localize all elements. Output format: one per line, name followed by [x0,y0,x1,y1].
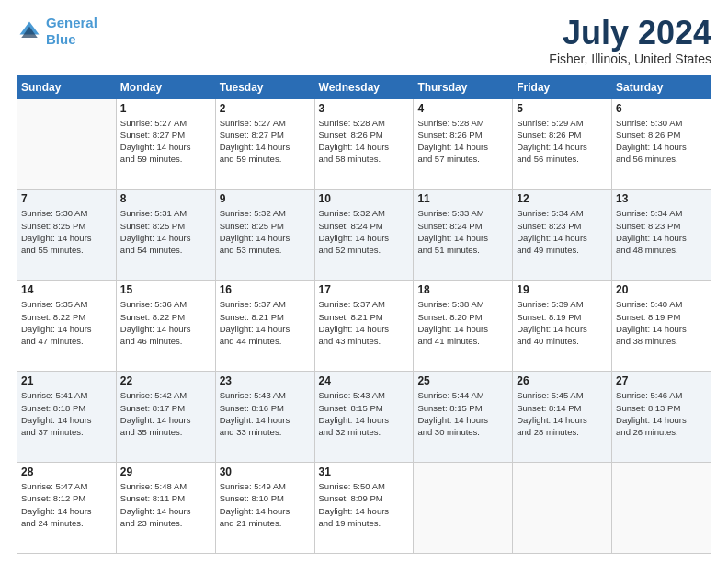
day-number: 7 [21,192,112,205]
calendar-week-row: 7Sunrise: 5:30 AM Sunset: 8:25 PM Daylig… [17,190,711,281]
calendar-week-row: 14Sunrise: 5:35 AM Sunset: 8:22 PM Dayli… [17,281,711,372]
logo: General Blue [17,15,97,48]
day-info: Sunrise: 5:39 AM Sunset: 8:19 PM Dayligh… [517,298,608,347]
calendar-header-cell: Friday [513,75,612,98]
calendar-day-cell: 25Sunrise: 5:44 AM Sunset: 8:15 PM Dayli… [414,372,513,463]
calendar-header-cell: Wednesday [314,75,414,98]
day-info: Sunrise: 5:50 AM Sunset: 8:09 PM Dayligh… [319,480,410,529]
calendar-day-cell: 6Sunrise: 5:30 AM Sunset: 8:26 PM Daylig… [612,98,711,190]
logo-icon [17,18,42,44]
day-number: 16 [220,283,311,296]
day-info: Sunrise: 5:28 AM Sunset: 8:26 PM Dayligh… [319,117,410,166]
main-title: July 2024 [549,15,711,52]
day-info: Sunrise: 5:37 AM Sunset: 8:21 PM Dayligh… [220,298,311,347]
calendar-day-cell: 30Sunrise: 5:49 AM Sunset: 8:10 PM Dayli… [215,463,314,554]
calendar-header-cell: Thursday [414,75,513,98]
day-info: Sunrise: 5:30 AM Sunset: 8:25 PM Dayligh… [21,207,112,256]
day-info: Sunrise: 5:42 AM Sunset: 8:17 PM Dayligh… [120,389,211,438]
calendar-day-cell: 23Sunrise: 5:43 AM Sunset: 8:16 PM Dayli… [215,372,314,463]
calendar-day-cell: 18Sunrise: 5:38 AM Sunset: 8:20 PM Dayli… [414,281,513,372]
calendar-day-cell: 13Sunrise: 5:34 AM Sunset: 8:23 PM Dayli… [612,190,711,281]
day-number: 17 [319,283,410,296]
calendar-header-cell: Monday [116,75,215,98]
calendar-day-cell [612,463,711,554]
day-info: Sunrise: 5:31 AM Sunset: 8:25 PM Dayligh… [120,207,211,256]
calendar-day-cell: 8Sunrise: 5:31 AM Sunset: 8:25 PM Daylig… [116,190,215,281]
day-number: 8 [120,192,211,205]
calendar-day-cell: 19Sunrise: 5:39 AM Sunset: 8:19 PM Dayli… [513,281,612,372]
page: General Blue July 2024 Fisher, Illinois,… [0,0,728,563]
calendar-day-cell: 15Sunrise: 5:36 AM Sunset: 8:22 PM Dayli… [116,281,215,372]
day-number: 1 [120,102,211,115]
day-number: 22 [120,374,211,387]
day-info: Sunrise: 5:32 AM Sunset: 8:25 PM Dayligh… [220,207,311,256]
calendar-day-cell: 31Sunrise: 5:50 AM Sunset: 8:09 PM Dayli… [314,463,414,554]
day-number: 13 [616,192,707,205]
day-number: 19 [517,283,608,296]
day-number: 21 [21,374,112,387]
calendar-week-row: 1Sunrise: 5:27 AM Sunset: 8:27 PM Daylig… [17,98,711,190]
calendar-day-cell: 22Sunrise: 5:42 AM Sunset: 8:17 PM Dayli… [116,372,215,463]
day-info: Sunrise: 5:49 AM Sunset: 8:10 PM Dayligh… [220,480,311,529]
day-info: Sunrise: 5:37 AM Sunset: 8:21 PM Dayligh… [319,298,410,347]
day-number: 25 [417,374,508,387]
day-info: Sunrise: 5:44 AM Sunset: 8:15 PM Dayligh… [417,389,508,438]
day-info: Sunrise: 5:34 AM Sunset: 8:23 PM Dayligh… [616,207,707,256]
day-info: Sunrise: 5:43 AM Sunset: 8:16 PM Dayligh… [220,389,311,438]
calendar-day-cell: 28Sunrise: 5:47 AM Sunset: 8:12 PM Dayli… [17,463,117,554]
day-info: Sunrise: 5:48 AM Sunset: 8:11 PM Dayligh… [120,480,211,529]
day-number: 3 [319,102,410,115]
calendar-day-cell [414,463,513,554]
calendar-header-cell: Sunday [17,75,117,98]
calendar-day-cell: 17Sunrise: 5:37 AM Sunset: 8:21 PM Dayli… [314,281,414,372]
day-number: 14 [21,283,112,296]
calendar-day-cell: 27Sunrise: 5:46 AM Sunset: 8:13 PM Dayli… [612,372,711,463]
day-info: Sunrise: 5:36 AM Sunset: 8:22 PM Dayligh… [120,298,211,347]
day-info: Sunrise: 5:28 AM Sunset: 8:26 PM Dayligh… [417,117,508,166]
calendar-week-row: 21Sunrise: 5:41 AM Sunset: 8:18 PM Dayli… [17,372,711,463]
calendar-day-cell: 14Sunrise: 5:35 AM Sunset: 8:22 PM Dayli… [17,281,117,372]
logo-text: General Blue [46,15,97,48]
calendar-header-cell: Tuesday [215,75,314,98]
day-number: 24 [319,374,410,387]
day-info: Sunrise: 5:47 AM Sunset: 8:12 PM Dayligh… [21,480,112,529]
calendar-table: SundayMondayTuesdayWednesdayThursdayFrid… [17,75,711,554]
day-number: 18 [417,283,508,296]
calendar-day-cell: 4Sunrise: 5:28 AM Sunset: 8:26 PM Daylig… [414,98,513,190]
day-info: Sunrise: 5:40 AM Sunset: 8:19 PM Dayligh… [616,298,707,347]
day-info: Sunrise: 5:41 AM Sunset: 8:18 PM Dayligh… [21,389,112,438]
day-number: 27 [616,374,707,387]
day-info: Sunrise: 5:33 AM Sunset: 8:24 PM Dayligh… [417,207,508,256]
calendar-day-cell: 9Sunrise: 5:32 AM Sunset: 8:25 PM Daylig… [215,190,314,281]
day-info: Sunrise: 5:43 AM Sunset: 8:15 PM Dayligh… [319,389,410,438]
calendar-day-cell: 21Sunrise: 5:41 AM Sunset: 8:18 PM Dayli… [17,372,117,463]
day-number: 23 [220,374,311,387]
calendar-day-cell: 1Sunrise: 5:27 AM Sunset: 8:27 PM Daylig… [116,98,215,190]
calendar-week-row: 28Sunrise: 5:47 AM Sunset: 8:12 PM Dayli… [17,463,711,554]
day-number: 5 [517,102,608,115]
day-number: 28 [21,465,112,478]
day-info: Sunrise: 5:30 AM Sunset: 8:26 PM Dayligh… [616,117,707,166]
calendar-day-cell [17,98,117,190]
day-number: 4 [417,102,508,115]
day-number: 29 [120,465,211,478]
calendar-header-cell: Saturday [612,75,711,98]
day-info: Sunrise: 5:32 AM Sunset: 8:24 PM Dayligh… [319,207,410,256]
title-area: July 2024 Fisher, Illinois, United State… [549,15,711,66]
calendar-day-cell: 3Sunrise: 5:28 AM Sunset: 8:26 PM Daylig… [314,98,414,190]
calendar-header-row: SundayMondayTuesdayWednesdayThursdayFrid… [17,75,711,98]
calendar-day-cell: 2Sunrise: 5:27 AM Sunset: 8:27 PM Daylig… [215,98,314,190]
day-info: Sunrise: 5:38 AM Sunset: 8:20 PM Dayligh… [417,298,508,347]
header: General Blue July 2024 Fisher, Illinois,… [17,15,711,66]
day-number: 20 [616,283,707,296]
calendar-day-cell: 26Sunrise: 5:45 AM Sunset: 8:14 PM Dayli… [513,372,612,463]
day-info: Sunrise: 5:34 AM Sunset: 8:23 PM Dayligh… [517,207,608,256]
calendar-day-cell: 20Sunrise: 5:40 AM Sunset: 8:19 PM Dayli… [612,281,711,372]
day-number: 31 [319,465,410,478]
calendar-day-cell: 11Sunrise: 5:33 AM Sunset: 8:24 PM Dayli… [414,190,513,281]
day-number: 12 [517,192,608,205]
subtitle: Fisher, Illinois, United States [549,52,711,66]
day-number: 2 [220,102,311,115]
day-number: 30 [220,465,311,478]
day-info: Sunrise: 5:27 AM Sunset: 8:27 PM Dayligh… [220,117,311,166]
